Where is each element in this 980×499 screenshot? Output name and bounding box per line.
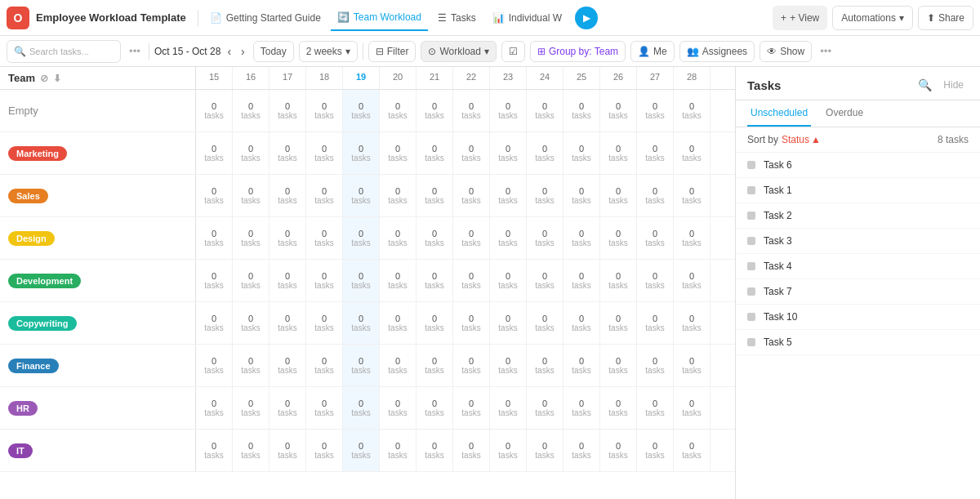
me-button[interactable]: 👤 Me xyxy=(630,41,675,62)
task-label: tasks xyxy=(314,111,333,120)
tab-team-workload[interactable]: 🔄 Team Workload xyxy=(331,5,428,31)
task-label: tasks xyxy=(461,196,480,205)
team-cell-development[interactable]: Development xyxy=(0,260,196,301)
team-cell-design[interactable]: Design xyxy=(0,217,196,259)
task-item-task7[interactable]: Task 7 xyxy=(736,279,980,305)
task-cell-empty-19: 0tasks xyxy=(343,90,380,131)
assignees-button[interactable]: 👥 Assignees xyxy=(679,41,755,62)
task-count-value: 0 xyxy=(616,229,621,238)
task-status-dot xyxy=(747,237,755,245)
team-cell-finance[interactable]: Finance xyxy=(0,345,196,386)
panel-hide-button[interactable]: Hide xyxy=(938,77,969,93)
more-toolbar-button[interactable]: ••• xyxy=(817,43,835,59)
task-cell-empty-16: 0tasks xyxy=(233,90,270,131)
add-view-button[interactable]: + + View xyxy=(773,6,827,30)
task-count-value: 0 xyxy=(395,229,400,238)
task-item-task5[interactable]: Task 5 xyxy=(736,330,980,355)
task-cell-empty-22: 0tasks xyxy=(453,90,490,131)
task-cell-sales-19: 0tasks xyxy=(343,175,380,216)
date-header-24: 24 xyxy=(527,67,564,89)
task-cell-copywriting-27: 0tasks xyxy=(637,302,674,344)
tab-getting-started-label: Getting Started Guide xyxy=(226,12,321,24)
tab-unscheduled[interactable]: Unscheduled xyxy=(747,100,811,127)
team-cell-marketing[interactable]: Marketing xyxy=(0,132,196,174)
task-count-value: 0 xyxy=(653,186,657,196)
show-button[interactable]: 👁 Show xyxy=(760,41,812,62)
task-item-task3[interactable]: Task 3 xyxy=(736,229,980,254)
task-item-task1[interactable]: Task 1 xyxy=(736,178,980,203)
team-workload-icon: 🔄 xyxy=(337,11,350,23)
task-cell-development-17: 0tasks xyxy=(270,260,306,301)
tab-getting-started[interactable]: 📄 Getting Started Guide xyxy=(203,5,327,31)
team-cell-it[interactable]: IT xyxy=(0,430,196,471)
task-label: tasks xyxy=(204,281,223,290)
checkbox-button[interactable]: ☑ xyxy=(501,41,525,62)
task-label: tasks xyxy=(425,154,443,163)
task-count-value: 0 xyxy=(395,314,400,323)
task-name-label: Task 1 xyxy=(764,185,792,196)
period-select[interactable]: 2 weeks ▾ xyxy=(299,41,358,62)
tab-overdue[interactable]: Overdue xyxy=(822,100,866,127)
grid-area[interactable]: Team ⊘ ⬇ 15 16 17 18 19 20 21 22 23 24 2… xyxy=(0,67,735,499)
task-count-value: 0 xyxy=(248,314,253,323)
task-count-value: 0 xyxy=(579,229,584,238)
task-cell-marketing-26: 0tasks xyxy=(600,132,637,174)
automations-button[interactable]: Automations ▾ xyxy=(832,6,913,30)
team-cell-empty[interactable]: Empty xyxy=(0,90,196,131)
prev-date-button[interactable]: ‹ xyxy=(224,43,234,60)
task-cell-sales-15: 0tasks xyxy=(196,175,233,216)
task-label: tasks xyxy=(204,451,223,460)
panel-search-icon[interactable]: 🔍 xyxy=(918,78,932,91)
workload-button[interactable]: ⊙ Workload ▾ xyxy=(421,41,496,62)
task-count-value: 0 xyxy=(285,186,290,196)
team-cell-sales[interactable]: Sales xyxy=(0,175,196,216)
tab-individual-label: Individual W xyxy=(509,12,562,24)
search-box[interactable]: 🔍 Search tasks... xyxy=(7,40,121,63)
task-cell-finance-16: 0tasks xyxy=(233,345,270,386)
panel-sort-bar: Sort by Status ▲ 8 tasks xyxy=(736,127,980,153)
tab-individual-w[interactable]: 📊 Individual W xyxy=(486,5,568,31)
add-view-label: + View xyxy=(790,12,819,24)
task-label: tasks xyxy=(608,323,627,332)
task-label: tasks xyxy=(241,281,260,290)
filter-button[interactable]: ⊟ Filter xyxy=(368,41,416,62)
task-label: tasks xyxy=(351,238,370,247)
task-cell-it-18: 0tasks xyxy=(306,430,343,471)
task-label: tasks xyxy=(388,154,407,163)
sort-icon[interactable]: ⬇ xyxy=(53,73,61,84)
task-item-task6[interactable]: Task 6 xyxy=(736,153,980,178)
task-count-value: 0 xyxy=(616,144,621,154)
team-cell-hr[interactable]: HR xyxy=(0,387,196,429)
task-cell-copywriting-19: 0tasks xyxy=(343,302,380,344)
date-header-15: 15 xyxy=(196,67,233,89)
task-count-value: 0 xyxy=(248,356,253,366)
hide-icon[interactable]: ⊘ xyxy=(40,73,48,84)
task-item-task10[interactable]: Task 10 xyxy=(736,305,980,330)
task-item-task4[interactable]: Task 4 xyxy=(736,254,980,279)
task-count-value: 0 xyxy=(432,229,437,238)
task-count-value: 0 xyxy=(506,399,510,408)
task-item-task2[interactable]: Task 2 xyxy=(736,203,980,229)
task-count-value: 0 xyxy=(212,229,216,238)
task-count-value: 0 xyxy=(689,271,694,281)
today-button[interactable]: Today xyxy=(253,41,294,62)
task-cell-marketing-19: 0tasks xyxy=(343,132,380,174)
more-options-button[interactable]: ••• xyxy=(126,43,144,59)
task-count-value: 0 xyxy=(359,399,363,408)
task-count-value: 0 xyxy=(579,441,584,451)
next-date-button[interactable]: › xyxy=(238,43,248,60)
task-label: tasks xyxy=(572,154,590,163)
share-button[interactable]: ⬆ Share xyxy=(918,6,973,30)
task-label: tasks xyxy=(388,408,407,417)
group-by-button[interactable]: ⊞ Group by: Team xyxy=(530,41,626,62)
team-cell-copywriting[interactable]: Copywriting xyxy=(0,302,196,344)
task-count-value: 0 xyxy=(432,144,437,154)
tab-tasks[interactable]: ☰ Tasks xyxy=(431,5,483,31)
go-button[interactable]: ▶ xyxy=(575,7,598,29)
task-count-value: 0 xyxy=(506,101,510,111)
task-label: tasks xyxy=(682,238,701,247)
sort-status-button[interactable]: Status ▲ xyxy=(782,134,821,145)
task-count-value: 0 xyxy=(432,271,437,281)
task-count-value: 0 xyxy=(469,271,474,281)
task-label: tasks xyxy=(425,238,443,247)
